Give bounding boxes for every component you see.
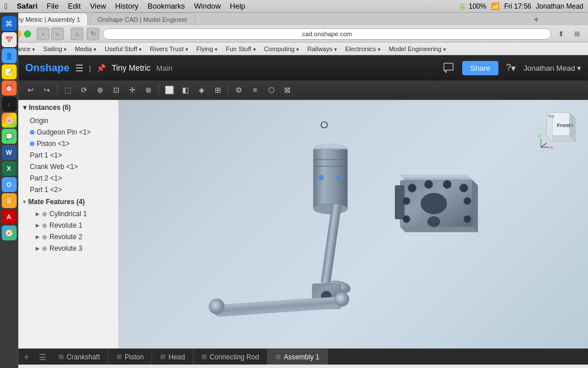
- tab-head[interactable]: ⊞ Head: [152, 349, 194, 365]
- dock-messages[interactable]: 💬: [2, 129, 17, 144]
- menu-edit[interactable]: Edit: [63, 2, 85, 10]
- mate-tool[interactable]: ⊞: [210, 83, 225, 98]
- part1-2-label: Part 1 <2>: [30, 186, 62, 194]
- explode-tool[interactable]: ⊡: [109, 83, 123, 98]
- dock-safari[interactable]: 🧭: [2, 225, 17, 240]
- back-button[interactable]: ‹: [37, 28, 49, 40]
- settings-tool[interactable]: ≡: [247, 83, 262, 98]
- help-button[interactable]: ? ▾: [504, 63, 518, 74]
- dock-calendar[interactable]: 📅: [2, 32, 17, 47]
- maximize-button[interactable]: [24, 30, 31, 37]
- menu-history[interactable]: History: [111, 2, 143, 10]
- app-menu-safari[interactable]: Safari: [12, 2, 42, 10]
- sidebar-item-part1-2[interactable]: Part 1 <2>: [18, 184, 118, 195]
- menu-file[interactable]: File: [42, 2, 63, 10]
- bookmark-media[interactable]: Media ▾: [71, 45, 100, 53]
- mate-revolute2[interactable]: ▶ ⊕ Revolute 2: [18, 231, 118, 243]
- more-tool[interactable]: ⊠: [280, 83, 295, 98]
- dock-photos[interactable]: 🌸: [2, 113, 17, 128]
- browser-toolbar: ‹ › ⌂ ↻ cad.onshape.com ⬆ ⊞: [0, 25, 588, 43]
- bookmark-computing[interactable]: Computing ▾: [261, 45, 303, 53]
- refresh-button[interactable]: ↻: [87, 28, 99, 40]
- address-bar[interactable]: cad.onshape.com: [103, 28, 551, 40]
- tab-menu-button[interactable]: ☰: [34, 349, 51, 365]
- hamburger-menu[interactable]: ☰: [75, 63, 83, 74]
- sidebar-item-gudgeon[interactable]: Gudgeon Pin <1>: [18, 126, 118, 138]
- dock-finder[interactable]: ⌘: [2, 16, 17, 31]
- bookmark-railways[interactable]: Railways ▾: [304, 45, 341, 53]
- bookmark-useful[interactable]: Useful Stuff ▾: [101, 45, 145, 53]
- clock-display: Fri 17:56: [504, 2, 531, 10]
- mate-cylindrical1-label: Cylindrical 1: [49, 210, 87, 218]
- redo-button[interactable]: ↪: [39, 83, 54, 98]
- sidebar-item-crankweb[interactable]: Crank Web <1>: [18, 161, 118, 172]
- dock-reminders[interactable]: ⏰: [2, 80, 17, 95]
- mate-chevron-1: ▶: [36, 211, 40, 217]
- tab-crankshaft[interactable]: ⊞ Crankshaft: [51, 349, 109, 365]
- bookmarks-bar: Finance ▾ Sailing ▾ Media ▾ Useful Stuff…: [0, 43, 588, 55]
- dock-music[interactable]: ♪: [2, 97, 17, 112]
- menu-view[interactable]: View: [86, 2, 111, 10]
- section-view-tool[interactable]: ◧: [178, 83, 193, 98]
- app-toolbar: ↩ ↪ ⬚ ⟳ ⊕ ⊡ ✛ ⊗ ⬜ ◧ ◈ ⊞ ⚙ ≡ ⬡ ⊠: [18, 80, 588, 100]
- transform-tool[interactable]: ⊕: [92, 83, 107, 98]
- user-menu[interactable]: Jonathan Mead ▾: [524, 64, 581, 72]
- dock-word[interactable]: W: [2, 145, 17, 160]
- menu-help[interactable]: Help: [225, 2, 250, 10]
- bookmark-funstuff[interactable]: Fun Stuff ▾: [222, 45, 260, 53]
- dock-notes[interactable]: 📝: [2, 64, 17, 79]
- section-tool[interactable]: ⊗: [141, 83, 156, 98]
- dock-excel[interactable]: X: [2, 161, 17, 176]
- mate-cylindrical1[interactable]: ▶ ⊕ Cylindrical 1: [18, 208, 118, 220]
- menu-bookmarks[interactable]: Bookmarks: [143, 2, 189, 10]
- mate-icon-4: ⊕: [42, 245, 47, 252]
- sidebar-item-part1-1[interactable]: Part 1 <1>: [18, 150, 118, 161]
- svg-point-36: [403, 197, 410, 205]
- part1-1-label: Part 1 <1>: [30, 151, 62, 159]
- bookmark-modeleng[interactable]: Model Engineering ▾: [385, 45, 450, 53]
- appearance-tool[interactable]: ◈: [194, 83, 209, 98]
- bookmark-rivers[interactable]: Rivers Trust ▾: [146, 45, 192, 53]
- select-tool[interactable]: ⬚: [60, 83, 75, 98]
- sidebar-item-origin[interactable]: Origin: [18, 115, 118, 126]
- sidebar-item-piston[interactable]: Piston <1>: [18, 138, 118, 150]
- pin-icon[interactable]: 📌: [96, 64, 106, 72]
- mate-features-header[interactable]: ▾ Mate Features (4): [18, 195, 118, 208]
- tab-assembly1[interactable]: ⊞ Assembly 1: [268, 349, 328, 365]
- dock-onshape[interactable]: O: [2, 177, 17, 192]
- share-browser-button[interactable]: ⬆: [555, 28, 567, 40]
- dock-contacts[interactable]: 👤: [2, 48, 17, 63]
- measure-tool[interactable]: ✛: [125, 83, 140, 98]
- gear-tool[interactable]: ⚙: [231, 83, 246, 98]
- instances-header[interactable]: ▾ Instances (6): [18, 100, 118, 115]
- new-tab-button[interactable]: +: [531, 14, 542, 25]
- tab-connecting-rod[interactable]: ⊞ Connecting Rod: [194, 349, 268, 365]
- browser-tab-inactive[interactable]: Onshape CAD | Model Engineer: [90, 13, 195, 25]
- mate-revolute3[interactable]: ▶ ⊕ Revolute 3: [18, 243, 118, 254]
- rotate-tool[interactable]: ⟳: [76, 83, 91, 98]
- add-tab-button[interactable]: +: [18, 349, 34, 365]
- messages-button[interactable]: [440, 60, 457, 76]
- 3d-viewport[interactable]: Front Top R X Z: [119, 100, 588, 348]
- parts-tool[interactable]: ⬡: [264, 83, 278, 98]
- tab-piston[interactable]: ⊞ Piston: [109, 349, 152, 365]
- home-button[interactable]: ⌂: [71, 28, 83, 40]
- dock-acrobat[interactable]: A: [2, 209, 17, 224]
- forward-button[interactable]: ›: [51, 28, 64, 40]
- bookmark-flying[interactable]: Flying ▾: [193, 45, 221, 53]
- bookmark-electronics[interactable]: Electronics ▾: [342, 45, 384, 53]
- svg-rect-20: [321, 204, 341, 284]
- dock-sketch[interactable]: S: [2, 193, 17, 208]
- sidebar-item-part2[interactable]: Part 2 <1>: [18, 172, 118, 184]
- undo-button[interactable]: ↩: [23, 83, 38, 98]
- reader-button[interactable]: ⊞: [571, 28, 583, 40]
- svg-point-40: [421, 193, 447, 214]
- menu-window[interactable]: Window: [189, 2, 225, 10]
- part2-label: Part 2 <1>: [30, 174, 62, 182]
- view-tool[interactable]: ⬜: [162, 83, 177, 98]
- piston-label: Piston <1>: [37, 140, 69, 148]
- share-button[interactable]: Share: [462, 61, 498, 75]
- bookmark-sailing[interactable]: Sailing ▾: [40, 45, 70, 53]
- apple-menu[interactable]: : [5, 2, 7, 11]
- mate-revolute1[interactable]: ▶ ⊕ Revolute 1: [18, 220, 118, 231]
